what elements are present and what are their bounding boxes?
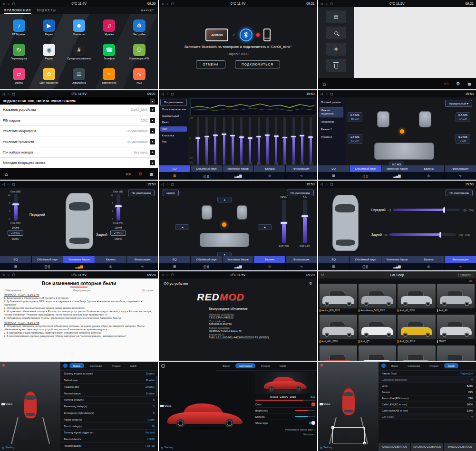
calib-len-row[interactable]: Calib LEN(AD in mm)5000 xyxy=(379,402,476,408)
nav-icons[interactable]: ◁ ○ ▢ xyxy=(2,2,16,6)
setting-button[interactable]: ⚙Setting xyxy=(2,446,14,449)
eq-band-slider[interactable] xyxy=(205,117,208,163)
eq-band[interactable]: 30 xyxy=(203,117,211,165)
front-filter-slider[interactable] xyxy=(393,209,460,211)
back-icon[interactable]: ◁ xyxy=(321,273,323,277)
show-logo-row[interactable]: Show logo xyxy=(255,420,315,426)
car-card-partial[interactable] xyxy=(320,345,357,361)
balance-right-button[interactable]: ▶ xyxy=(258,224,272,230)
preset-pop[interactable]: Поп xyxy=(160,126,187,132)
ota-link[interactable]: Беспроводное обновление xyxy=(209,307,312,310)
delay-chip-rear-right[interactable]: 0.0 MS0 CM xyxy=(456,134,470,144)
car-card[interactable]: BMW7 xyxy=(437,315,475,344)
delay-chip-front-left[interactable]: 2.5 MS85 CM xyxy=(348,112,362,122)
default-button[interactable]: По умолчанию xyxy=(446,190,473,196)
sub-freq-slider[interactable] xyxy=(282,200,286,243)
setting-row[interactable]: Record statusEnable xyxy=(60,390,158,397)
app-radio[interactable]: ◉Радио xyxy=(34,39,64,64)
car-card[interactable]: Audi_A8 xyxy=(437,284,475,313)
eq-band-slider[interactable] xyxy=(249,117,251,163)
search-button[interactable] xyxy=(326,27,346,39)
gear-icon[interactable]: ⚙ xyxy=(456,81,460,86)
calibration-frame[interactable] xyxy=(332,427,365,443)
model-progress-bar[interactable] xyxy=(255,400,315,401)
setting-row-device-name[interactable]: Название устройстваCarKit_blink▼ xyxy=(0,105,158,115)
brightness-slider[interactable] xyxy=(295,410,315,411)
app-music[interactable]: ♫Музыка xyxy=(94,15,124,39)
balance-left-button[interactable]: ◀ xyxy=(175,224,189,230)
tab-bass-boost[interactable]: Усиление басов▂▄▆ xyxy=(381,256,413,270)
eq-band-slider[interactable] xyxy=(258,117,260,163)
preset-classic[interactable]: Классика xyxy=(160,133,187,138)
rear-gain-slider[interactable] xyxy=(117,194,120,221)
seat-front-left[interactable] xyxy=(202,205,212,220)
setting-row[interactable]: Record deviceUSB2 xyxy=(60,436,158,443)
eq-band-slider[interactable] xyxy=(223,117,225,163)
tab-calib[interactable]: Calib xyxy=(276,363,290,368)
collapse-icon[interactable] xyxy=(381,364,386,368)
eq-band[interactable]: 315 xyxy=(307,117,314,165)
broadcast-icon[interactable]: ((•)) xyxy=(126,173,131,175)
delete-button[interactable] xyxy=(326,59,346,72)
shiness-row[interactable]: Shiness xyxy=(255,414,315,420)
preset-default-button[interactable]: По умолчанию xyxy=(160,99,187,106)
video-source-chip[interactable]: Video xyxy=(320,403,330,405)
eq-band[interactable]: 90 xyxy=(229,117,236,165)
setting-row[interactable]: Turning signal trigger onNo limit xyxy=(60,430,158,436)
tab-project[interactable]: Project xyxy=(108,363,125,368)
chevron-down-icon[interactable]: ▼ xyxy=(150,150,155,155)
setting-row-pin[interactable]: PIN пароль0000▼ xyxy=(0,115,158,126)
video-source-chip[interactable]: Video xyxy=(1,403,12,405)
gear-icon[interactable]: ⚙ xyxy=(138,172,142,176)
tab-carmodel[interactable]: Carmodel xyxy=(235,363,255,368)
preset-jazz[interactable]: Джаз xyxy=(160,120,187,125)
delay-chip-rear-left[interactable]: 1.5 MS51 CM xyxy=(348,134,362,144)
listening-position-dot[interactable] xyxy=(400,129,404,134)
setting-row-ringtone[interactable]: Мелодия входящего звонка▼ xyxy=(0,158,158,168)
color-swatch[interactable] xyxy=(311,403,315,406)
car-card[interactable]: Aeolus_E70_2022 xyxy=(320,284,357,313)
tab-bass-boost[interactable]: Усиление басов▂▄▆ xyxy=(223,165,254,180)
chevron-down-icon[interactable]: ▼ xyxy=(150,160,155,165)
eq-band-slider[interactable] xyxy=(275,117,277,163)
tab-filter[interactable]: Фильтрация∿ xyxy=(286,256,317,270)
seat-front-right[interactable] xyxy=(237,205,247,220)
tab-updates[interactable]: Обновления xyxy=(5,289,21,292)
tab-carmodel[interactable]: Carmodel xyxy=(404,363,424,368)
tab-filter[interactable]: Фильтрация∿ xyxy=(445,165,476,180)
car-card[interactable]: Audi_A6_2018 xyxy=(398,284,435,313)
sensor-row[interactable]: Sensor225 xyxy=(379,389,476,395)
nav-icons[interactable]: ◁ ○ ▢ xyxy=(321,92,334,96)
mode-full[interactable]: Полный режим xyxy=(320,99,343,106)
home-icon[interactable]: ⌂ xyxy=(323,81,326,86)
setting-row[interactable]: Emergency light delay(s)5 xyxy=(60,410,158,417)
market-link[interactable]: МАРКЕТ xyxy=(141,9,154,12)
tab-surround[interactable]: Объёмный звук((·)) xyxy=(191,256,222,270)
tab-surround[interactable]: Объёмный звук((·)) xyxy=(350,256,381,270)
car-card[interactable]: Audi_Q5 xyxy=(359,315,396,344)
manual-calibration-button[interactable]: MANUAL CALIBRATION xyxy=(444,443,476,451)
eq-band[interactable]: 200 xyxy=(272,117,280,165)
front-gain-slider[interactable] xyxy=(14,194,18,221)
camera-calibration-button[interactable]: CAMERA CALIBRATION xyxy=(379,443,411,451)
tab-filter[interactable]: Фильтрация∿ xyxy=(127,256,158,270)
tab-info[interactable]: Информация xyxy=(73,289,90,292)
tab-applications[interactable]: ПРИЛОЖЕНИЯ xyxy=(4,7,31,14)
car-card-partial[interactable] xyxy=(359,345,396,361)
nav-icons[interactable]: ◁ ○ ▢ xyxy=(321,182,334,186)
app-video[interactable]: ▶Видео xyxy=(34,15,64,39)
seat-front-left[interactable] xyxy=(377,111,389,127)
chevron-down-icon[interactable]: ▼ xyxy=(150,139,155,144)
chevron-down-icon[interactable]: ▼ xyxy=(150,118,155,123)
eq-band-slider[interactable] xyxy=(301,117,303,163)
car-model-thumbnail[interactable] xyxy=(255,372,315,394)
section-car-model[interactable]: Car model▾ xyxy=(379,414,476,420)
nav-icons[interactable]: ◁ ○ ▢ xyxy=(321,2,334,6)
tab-balance[interactable]: Баланс◎ xyxy=(95,256,126,270)
calib-width-row[interactable]: Calib width(AB in mm)2340 xyxy=(379,408,476,414)
tab-filter[interactable]: Фильтрация∿ xyxy=(445,256,476,270)
app-superuser[interactable]: #Суперпользователь xyxy=(64,39,94,64)
app-aux[interactable]: ∿AUX xyxy=(124,64,154,88)
tab-eq[interactable]: EQ☰ xyxy=(159,256,190,270)
rear-freq-100[interactable]: 100Hz xyxy=(112,225,125,230)
